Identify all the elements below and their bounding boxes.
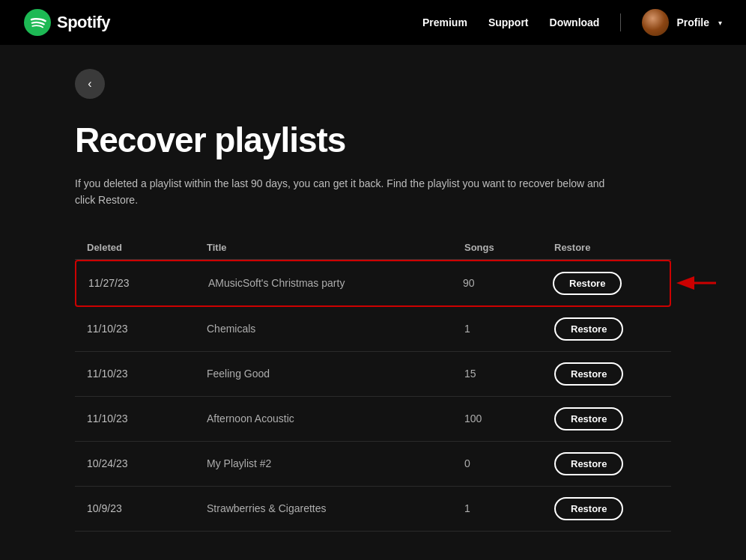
restore-button-1[interactable]: Restore <box>554 317 623 341</box>
table-row: 10/9/23 Strawberries & Cigarettes 1 Rest… <box>75 487 671 532</box>
avatar <box>642 9 669 36</box>
restore-button-2[interactable]: Restore <box>554 362 623 386</box>
cell-date-0: 11/27/23 <box>88 277 208 289</box>
spotify-logo-icon <box>24 9 51 36</box>
table-row: 11/10/23 Chemicals 1 Restore <box>75 307 671 352</box>
cell-title-2: Feeling Good <box>207 368 464 380</box>
restore-button-3[interactable]: Restore <box>554 407 623 430</box>
cell-title-3: Afternoon Acoustic <box>207 413 464 424</box>
nav-premium[interactable]: Premium <box>422 16 467 28</box>
nav-download[interactable]: Download <box>550 16 600 28</box>
page-description: If you deleted a playlist within the las… <box>75 175 614 209</box>
table-row: 11/10/23 Feeling Good 15 Restore <box>75 352 671 397</box>
cell-date-5: 10/9/23 <box>87 502 207 514</box>
cell-songs-3: 100 <box>464 413 554 424</box>
restore-button-5[interactable]: Restore <box>554 497 623 520</box>
logo[interactable]: Spotify <box>24 9 110 36</box>
navigation: Spotify Premium Support Download Profile… <box>0 0 746 45</box>
profile-name: Profile <box>676 16 709 28</box>
nav-links: Premium Support Download Profile ▾ <box>422 9 722 36</box>
header-songs: Songs <box>464 242 554 253</box>
profile-menu[interactable]: Profile ▾ <box>642 9 722 36</box>
cell-songs-1: 1 <box>464 323 554 335</box>
restore-button-0[interactable]: Restore <box>553 272 622 295</box>
cell-songs-2: 15 <box>464 368 554 380</box>
page-title: Recover playlists <box>75 120 671 160</box>
cell-title-4: My Playlist #2 <box>207 457 464 469</box>
playlists-table: Deleted Title Songs Restore 11/27/23 AMu… <box>75 236 671 532</box>
table-row: 11/10/23 Afternoon Acoustic 100 Restore <box>75 397 671 442</box>
avatar-image <box>642 9 669 36</box>
cell-title-0: AMusicSoft's Christmas party <box>208 277 463 289</box>
first-row-wrapper: 11/27/23 AMusicSoft's Christmas party 90… <box>75 260 671 307</box>
cell-date-1: 11/10/23 <box>87 323 207 335</box>
cell-songs-0: 90 <box>463 277 553 289</box>
red-arrow-icon <box>675 267 720 299</box>
table-row: 11/27/23 AMusicSoft's Christmas party 90… <box>75 260 671 307</box>
back-button[interactable]: ‹ <box>75 69 105 99</box>
table-row: 10/24/23 My Playlist #2 0 Restore <box>75 442 671 487</box>
nav-divider <box>620 13 621 31</box>
nav-support[interactable]: Support <box>488 16 529 28</box>
header-title: Title <box>207 242 464 253</box>
chevron-down-icon: ▾ <box>718 19 722 27</box>
restore-button-4[interactable]: Restore <box>554 452 623 475</box>
cell-songs-5: 1 <box>464 502 554 514</box>
cell-date-3: 11/10/23 <box>87 413 207 424</box>
table-header: Deleted Title Songs Restore <box>75 236 671 260</box>
cell-title-5: Strawberries & Cigarettes <box>207 502 464 514</box>
main-content: ‹ Recover playlists If you deleted a pla… <box>0 69 746 532</box>
header-deleted: Deleted <box>87 242 207 253</box>
cell-title-1: Chemicals <box>207 323 464 335</box>
header-restore: Restore <box>554 242 659 253</box>
cell-date-4: 10/24/23 <box>87 457 207 469</box>
cell-date-2: 11/10/23 <box>87 368 207 380</box>
logo-text: Spotify <box>57 13 110 32</box>
cell-songs-4: 0 <box>464 457 554 469</box>
